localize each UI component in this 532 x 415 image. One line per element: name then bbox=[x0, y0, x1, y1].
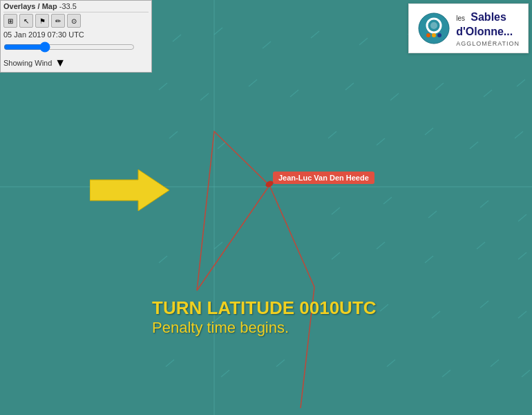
svg-line-32 bbox=[377, 242, 385, 249]
turn-line1: TURN LATITUDE 0010UTC bbox=[152, 297, 377, 319]
svg-line-1 bbox=[214, 28, 222, 35]
svg-line-41 bbox=[518, 311, 526, 318]
logo-box: les Sables d'Olonne... AGGLOMÉRATION bbox=[408, 3, 529, 53]
svg-line-2 bbox=[263, 42, 271, 48]
svg-line-38 bbox=[380, 304, 388, 311]
svg-line-11 bbox=[290, 90, 298, 97]
svg-point-60 bbox=[437, 33, 441, 37]
datetime-text: 05 Jan 2019 07:30 UTC bbox=[3, 30, 84, 39]
turn-line2: Penalty time begins. bbox=[152, 319, 377, 337]
svg-point-59 bbox=[432, 33, 436, 37]
datetime-row: 05 Jan 2019 07:30 UTC bbox=[3, 29, 149, 40]
map-container: Jean-Luc Van Den Heede TURN LATITUDE 001… bbox=[0, 0, 532, 415]
logo-dolonne: d'Olonne... bbox=[456, 25, 520, 38]
svg-line-46 bbox=[442, 370, 450, 377]
svg-line-27 bbox=[480, 201, 488, 208]
svg-line-51 bbox=[269, 185, 314, 287]
svg-line-31 bbox=[332, 252, 340, 259]
boat-marker bbox=[263, 178, 276, 189]
svg-line-14 bbox=[435, 83, 444, 90]
svg-line-29 bbox=[159, 256, 167, 263]
svg-line-16 bbox=[517, 80, 525, 86]
dropdown-arrow-icon: ▼ bbox=[55, 57, 66, 69]
svg-line-48 bbox=[522, 370, 530, 377]
yellow-arrow bbox=[90, 169, 173, 211]
svg-line-25 bbox=[383, 197, 392, 204]
logo-circle-group bbox=[417, 12, 450, 45]
logo-agglomeration: AGGLOMÉRATION bbox=[456, 40, 520, 47]
svg-line-17 bbox=[169, 131, 178, 138]
svg-point-54 bbox=[265, 180, 274, 189]
overlays-label: Overlays / Map -33.5 bbox=[3, 2, 77, 10]
svg-point-58 bbox=[426, 33, 430, 37]
svg-line-23 bbox=[515, 131, 523, 138]
map-number: -33.5 bbox=[59, 2, 77, 10]
boat-label: Jean-Luc Van Den Heede bbox=[273, 172, 374, 184]
time-slider[interactable] bbox=[3, 43, 135, 51]
svg-line-19 bbox=[328, 131, 336, 138]
toolbar: Overlays / Map -33.5 ⊞ ↖ ⚑ ✏ ⊙ 05 Jan 20… bbox=[0, 0, 152, 73]
svg-line-13 bbox=[390, 93, 399, 100]
svg-point-57 bbox=[430, 22, 437, 29]
svg-line-43 bbox=[221, 370, 229, 377]
turn-annotation: TURN LATITUDE 0010UTC Penalty time begin… bbox=[152, 297, 377, 338]
logo-text-group: les Sables d'Olonne... AGGLOMÉRATION bbox=[456, 10, 520, 47]
svg-line-39 bbox=[432, 311, 440, 318]
svg-line-3 bbox=[311, 31, 319, 38]
svg-line-42 bbox=[166, 360, 174, 367]
grid-icon-btn[interactable]: ⊞ bbox=[3, 14, 17, 28]
svg-line-35 bbox=[518, 252, 526, 259]
svg-line-21 bbox=[425, 128, 433, 135]
flag-icon-btn[interactable]: ⚑ bbox=[35, 14, 49, 28]
toolbar-icons-row: ⊞ ↖ ⚑ ✏ ⊙ bbox=[3, 12, 149, 29]
svg-line-33 bbox=[425, 256, 433, 263]
svg-line-30 bbox=[214, 242, 222, 249]
slider-row[interactable] bbox=[3, 40, 149, 55]
svg-line-34 bbox=[477, 242, 485, 249]
cursor-icon-btn[interactable]: ↖ bbox=[19, 14, 33, 28]
svg-line-4 bbox=[359, 38, 368, 45]
toolbar-top: Overlays / Map -33.5 bbox=[3, 2, 149, 12]
pencil-icon-btn[interactable]: ✏ bbox=[51, 14, 65, 28]
svg-line-22 bbox=[470, 142, 478, 149]
svg-line-12 bbox=[345, 83, 354, 90]
svg-line-20 bbox=[377, 138, 385, 145]
showing-row: Showing Wind ▼ bbox=[3, 55, 149, 71]
showing-label-text: Showing Wind bbox=[3, 59, 52, 67]
showing-dropdown[interactable]: ▼ bbox=[55, 57, 66, 69]
svg-line-28 bbox=[518, 214, 526, 221]
svg-line-18 bbox=[218, 142, 226, 149]
svg-line-10 bbox=[249, 80, 257, 86]
svg-line-24 bbox=[332, 208, 340, 214]
boat-name-text: Jean-Luc Van Den Heede bbox=[278, 174, 369, 182]
svg-line-47 bbox=[491, 360, 499, 367]
svg-line-26 bbox=[428, 211, 437, 218]
globe-icon-btn[interactable]: ⊙ bbox=[67, 14, 81, 28]
overlays-label-text: Overlays / Map bbox=[3, 2, 57, 10]
svg-line-15 bbox=[484, 90, 492, 97]
svg-line-44 bbox=[276, 360, 285, 367]
svg-marker-53 bbox=[90, 169, 169, 211]
svg-line-0 bbox=[173, 35, 181, 42]
svg-line-45 bbox=[387, 360, 395, 367]
logo-icon bbox=[417, 12, 450, 45]
svg-line-40 bbox=[480, 301, 488, 308]
logo-les: les Sables bbox=[456, 10, 520, 25]
svg-line-8 bbox=[159, 83, 167, 90]
logo-sables: Sables bbox=[471, 11, 506, 23]
svg-line-9 bbox=[200, 93, 209, 100]
